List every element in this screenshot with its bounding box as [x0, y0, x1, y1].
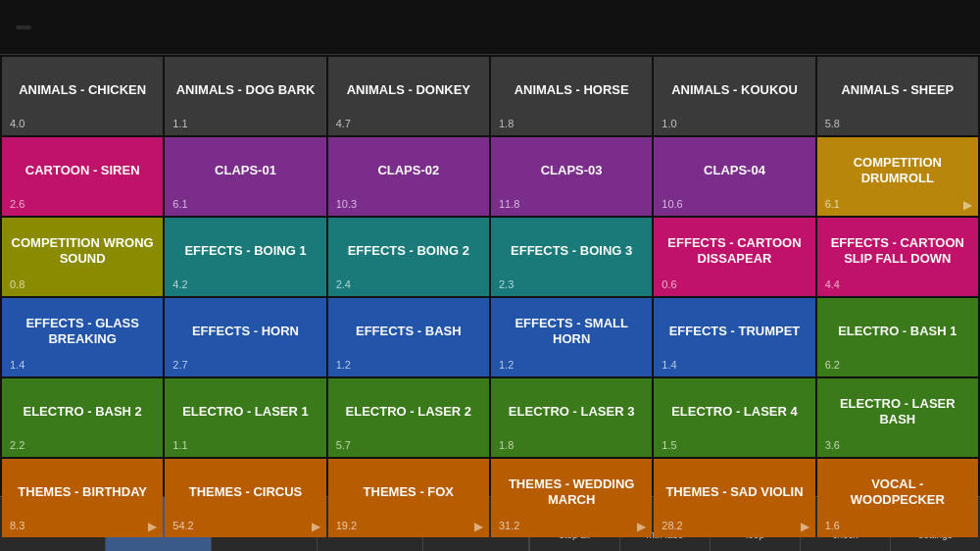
sound-cell-c34[interactable]: THEMES - WEDDING MARCH31.2▶ [491, 459, 652, 537]
cell-number: 1.2 [336, 359, 351, 371]
cell-number: 4.7 [336, 118, 351, 129]
sound-cell-c17[interactable]: EFFECTS - CARTOON DISSAPEAR0.6 [654, 218, 814, 296]
cell-number: 1.4 [662, 359, 676, 371]
cell-number: 6.1 [172, 198, 187, 210]
cell-number: 4.4 [825, 278, 840, 290]
sound-cell-c6[interactable]: ANIMALS - SHEEP5.8 [817, 57, 978, 135]
cell-number: 1.1 [172, 118, 187, 129]
sound-cell-c23[interactable]: EFFECTS - TRUMPET1.4 [654, 298, 814, 376]
cell-title: CLAPS-03 [499, 143, 644, 198]
cell-number: 1.5 [662, 439, 676, 451]
cell-number: 19.2 [336, 520, 357, 531]
cell-arrow-icon: ▶ [312, 520, 320, 533]
cell-number: 4.0 [10, 118, 24, 129]
cell-title: EFFECTS - HORN [172, 304, 318, 359]
cell-title: CARTOON - SIREN [10, 143, 155, 198]
sound-cell-c7[interactable]: CARTOON - SIREN2.6 [2, 137, 163, 216]
sound-cell-c24[interactable]: ELECTRO - BASH 16.2 [817, 298, 978, 376]
cell-title: ELECTRO - BASH 2 [10, 384, 155, 439]
cell-number: 1.0 [662, 118, 676, 129]
sound-cell-c13[interactable]: COMPETITION WRONG SOUND0.8 [2, 218, 163, 296]
sound-cell-c11[interactable]: CLAPS-0410.6 [654, 137, 814, 216]
cell-title: CLAPS-01 [172, 143, 318, 198]
cell-number: 10.3 [336, 198, 357, 210]
cell-title: EFFECTS - CARTOON SLIP FALL DOWN [825, 224, 970, 278]
cell-title: ANIMALS - DOG BARK [172, 63, 318, 118]
cell-number: 2.6 [10, 198, 24, 210]
cell-title: THEMES - SAD VIOLIN [662, 465, 807, 520]
sound-cell-c14[interactable]: EFFECTS - BOING 14.2 [165, 218, 325, 296]
cell-number: 8.3 [10, 520, 24, 531]
sound-cell-c10[interactable]: CLAPS-0311.8 [491, 137, 652, 216]
cell-title: CLAPS-04 [662, 143, 807, 198]
sound-cell-c15[interactable]: EFFECTS - BOING 22.4 [328, 218, 489, 296]
cell-number: 3.6 [825, 439, 840, 451]
cell-number: 4.2 [172, 278, 187, 290]
sound-cell-c33[interactable]: THEMES - FOX19.2▶ [328, 459, 489, 537]
sound-cell-c3[interactable]: ANIMALS - DONKEY4.7 [328, 57, 489, 135]
cell-title: ANIMALS - HORSE [499, 63, 644, 118]
cell-title: CLAPS-02 [336, 143, 481, 198]
sound-cell-c1[interactable]: ANIMALS - CHICKEN4.0 [2, 57, 163, 135]
cell-title: EFFECTS - BOING 1 [172, 224, 318, 278]
cell-title: THEMES - WEDDING MARCH [499, 465, 644, 520]
sound-cell-c25[interactable]: ELECTRO - BASH 22.2 [2, 378, 163, 457]
sound-grid: ANIMALS - CHICKEN4.0ANIMALS - DOG BARK1.… [0, 55, 980, 496]
cell-number: 2.3 [499, 278, 514, 290]
cell-number: 10.6 [662, 198, 682, 210]
cell-title: ELECTRO - BASH 1 [825, 304, 970, 359]
sound-cell-c5[interactable]: ANIMALS - KOUKOU1.0 [654, 57, 814, 135]
cell-arrow-icon: ▶ [801, 520, 809, 533]
cell-title: COMPETITION WRONG SOUND [10, 224, 155, 278]
sound-cell-c2[interactable]: ANIMALS - DOG BARK1.1 [165, 57, 325, 135]
cell-number: 2.7 [172, 359, 187, 371]
cell-number: 1.8 [499, 439, 514, 451]
sound-cell-c35[interactable]: THEMES - SAD VIOLIN28.2▶ [654, 459, 814, 537]
sound-cell-c19[interactable]: EFFECTS - GLASS BREAKING1.4 [2, 298, 163, 376]
cell-number: 54.2 [172, 520, 193, 531]
sound-cell-c20[interactable]: EFFECTS - HORN2.7 [165, 298, 325, 376]
cell-title: THEMES - BIRTHDAY [10, 465, 155, 520]
cell-number: 1.2 [499, 359, 514, 371]
sound-cell-c21[interactable]: EFFECTS - BASH1.2 [328, 298, 489, 376]
logo [16, 25, 31, 29]
sound-cell-c32[interactable]: THEMES - CIRCUS54.2▶ [165, 459, 325, 537]
sound-cell-c9[interactable]: CLAPS-0210.3 [328, 137, 489, 216]
cell-number: 0.6 [662, 278, 676, 290]
cell-title: EFFECTS - BOING 2 [336, 224, 481, 278]
cell-title: THEMES - FOX [336, 465, 481, 520]
cell-title: EFFECTS - SMALL HORN [499, 304, 644, 359]
sound-cell-c27[interactable]: ELECTRO - LASER 25.7 [328, 378, 489, 457]
sound-cell-c18[interactable]: EFFECTS - CARTOON SLIP FALL DOWN4.4 [817, 218, 978, 296]
cell-number: 28.2 [662, 520, 682, 531]
cell-title: VOCAL - WOODPECKER [825, 465, 970, 520]
sound-cell-c31[interactable]: THEMES - BIRTHDAY8.3▶ [2, 459, 163, 537]
sound-cell-c28[interactable]: ELECTRO - LASER 31.8 [491, 378, 652, 457]
sound-cell-c29[interactable]: ELECTRO - LASER 41.5 [654, 378, 814, 457]
cell-title: EFFECTS - CARTOON DISSAPEAR [662, 224, 807, 278]
cell-number: 6.2 [825, 359, 840, 371]
header [0, 0, 980, 55]
sound-cell-c22[interactable]: EFFECTS - SMALL HORN1.2 [491, 298, 652, 376]
sound-cell-c12[interactable]: COMPETITION DRUMROLL6.1▶ [817, 137, 978, 216]
cell-title: ANIMALS - CHICKEN [10, 63, 155, 118]
cell-number: 31.2 [499, 520, 519, 531]
cell-number: 1.8 [499, 118, 514, 129]
sound-cell-c4[interactable]: ANIMALS - HORSE1.8 [491, 57, 652, 135]
sound-cell-c30[interactable]: ELECTRO - LASER BASH3.6 [817, 378, 978, 457]
sound-cell-c16[interactable]: EFFECTS - BOING 32.3 [491, 218, 652, 296]
sound-cell-c36[interactable]: VOCAL - WOODPECKER1.6 [817, 459, 978, 537]
cell-number: 5.8 [825, 118, 840, 129]
cell-title: EFFECTS - BASH [336, 304, 481, 359]
cell-number: 6.1 [825, 198, 840, 210]
cell-title: ANIMALS - SHEEP [825, 63, 970, 118]
sound-cell-c8[interactable]: CLAPS-016.1 [165, 137, 325, 216]
cell-arrow-icon: ▶ [963, 198, 972, 212]
cell-title: COMPETITION DRUMROLL [825, 143, 970, 198]
cell-title: ANIMALS - DONKEY [336, 63, 481, 118]
cell-number: 0.8 [10, 278, 24, 290]
sound-cell-c26[interactable]: ELECTRO - LASER 11.1 [165, 378, 325, 457]
cell-title: EFFECTS - TRUMPET [662, 304, 807, 359]
cell-title: EFFECTS - BOING 3 [499, 224, 644, 278]
cell-title: ELECTRO - LASER 4 [662, 384, 807, 439]
